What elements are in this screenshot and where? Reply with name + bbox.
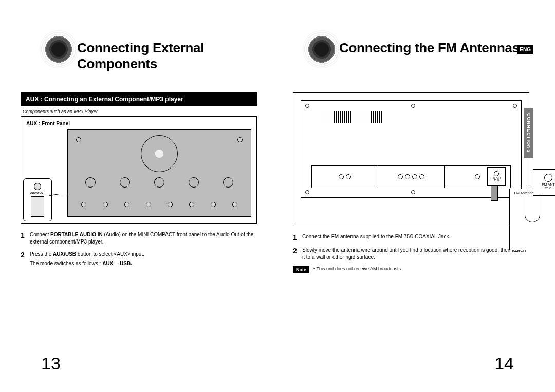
- steps-list: 1 Connect the FM antenna supplied to the…: [293, 233, 529, 261]
- port-group: [312, 166, 378, 188]
- panel-button-row: [73, 197, 246, 212]
- figure-back-panel: FM ANT 75 Ω FM Antenna (supplied) FM ANT…: [293, 92, 529, 226]
- step-text: Connect PORTABLE AUDIO IN (Audio) on the…: [30, 231, 257, 246]
- panel-button-icon: [211, 202, 216, 207]
- panel-button-icon: [168, 202, 173, 207]
- jack-icon: [419, 174, 424, 179]
- note-row: Note This unit does not receive AM broad…: [293, 266, 529, 273]
- jack-icon: [398, 174, 403, 179]
- panel-screw-icon: [76, 137, 81, 142]
- knob-icon: [154, 177, 164, 188]
- steps-list: 1 Connect PORTABLE AUDIO IN (Audio) on t…: [21, 231, 257, 267]
- jack-icon: [405, 174, 410, 179]
- step-number: 2: [21, 251, 30, 267]
- note-tag: Note: [293, 266, 309, 273]
- audio-out-jack-icon: [34, 183, 41, 190]
- step-number: 1: [21, 231, 30, 246]
- step-text: Connect the FM antenna supplied to the F…: [302, 233, 450, 241]
- back-panel-illustration: FM ANT 75 Ω FM Antenna (supplied) FM ANT…: [301, 100, 522, 198]
- panel-button-icon: [146, 202, 151, 207]
- speaker-bullet-icon: [40, 31, 77, 68]
- page-number: 14: [494, 353, 514, 374]
- panel-button-icon: [232, 202, 237, 207]
- jack-icon: [346, 174, 351, 179]
- fm-port-enlarged-label-1: FM ANT: [533, 183, 555, 186]
- knob-icon: [85, 177, 96, 188]
- knob-icon: [120, 177, 130, 188]
- coax-jack-icon: [494, 171, 499, 176]
- screw-icon: [411, 190, 415, 194]
- step-subtext: The mode switches as follows : AUX →USB.: [30, 260, 144, 267]
- step-2: 2 Press the AUX/USB button to select <AU…: [21, 251, 257, 267]
- section-heading-bar: AUX : Connecting an External Component/M…: [21, 92, 257, 106]
- step-number: 1: [293, 233, 302, 241]
- knob-icon: [223, 177, 233, 188]
- step-1: 1 Connect the FM antenna supplied to the…: [293, 233, 529, 241]
- page-title: Connecting External Components: [77, 40, 278, 72]
- coax-plug-icon: [491, 185, 498, 201]
- mp3-player-illustration: AUDIO OUT: [23, 178, 52, 221]
- figure-aux-front-panel: AUX : Front Panel AUDIO OUT Audio Cable …: [21, 116, 257, 224]
- panel-button-icon: [189, 202, 194, 207]
- fm-antenna-port: FM ANT 75 Ω FM Antenna (supplied) FM ANT…: [487, 167, 506, 186]
- step-2: 2 Slowly move the antenna wire around un…: [293, 247, 529, 261]
- panel-screw-icon: [237, 137, 243, 142]
- player-screen: [31, 196, 44, 217]
- screw-icon: [305, 190, 309, 194]
- figure-label: AUX : Front Panel: [26, 121, 251, 126]
- step-number: 2: [293, 247, 302, 261]
- step-text: Slowly move the antenna wire around unti…: [302, 247, 529, 261]
- antenna-wire-icon: [525, 197, 540, 222]
- fm-antenna-callout: FM Antenna (supplied): [509, 189, 555, 250]
- screw-icon: [305, 104, 309, 108]
- panel-knob-row: [73, 171, 246, 194]
- screw-icon: [411, 104, 415, 108]
- jack-icon: [339, 174, 344, 179]
- fm-port-enlarged-label-2: 75 Ω: [533, 186, 555, 190]
- panel-button-icon: [103, 202, 108, 207]
- step-1: 1 Connect PORTABLE AUDIO IN (Audio) on t…: [21, 231, 257, 246]
- front-panel-illustration: [67, 129, 251, 217]
- page-number: 13: [41, 353, 61, 374]
- fm-port-enlarged: FM ANT 75 Ω: [533, 169, 555, 196]
- port-group: [378, 166, 445, 188]
- audio-out-label: AUDIO OUT: [24, 191, 51, 194]
- speaker-bullet-icon: [303, 31, 340, 68]
- knob-icon: [189, 177, 199, 188]
- note-text: This unit does not receive AM broadcasts…: [313, 266, 402, 272]
- jack-icon: [412, 174, 417, 179]
- language-tag: ENG: [517, 45, 533, 54]
- page-right: Connecting the FM Antennas ENG CONNECTIO…: [278, 0, 555, 392]
- cd-slot-icon: [141, 135, 178, 172]
- screw-icon: [513, 104, 517, 108]
- vent-grille-icon: [322, 111, 383, 123]
- page-title: Connecting the FM Antennas: [339, 40, 520, 56]
- figure-caption: Components such as an MP3 Player: [21, 109, 257, 114]
- page-left: Connecting External Components AUX : Con…: [0, 0, 278, 392]
- panel-button-icon: [124, 202, 130, 207]
- jack-icon: [475, 174, 480, 179]
- step-text: Press the AUX/USB button to select <AUX>…: [30, 251, 144, 267]
- panel-button-icon: [81, 202, 86, 207]
- coax-jack-icon: [544, 174, 552, 182]
- fm-port-label-2: 75 Ω: [488, 179, 505, 182]
- rear-port-strip: [311, 165, 511, 188]
